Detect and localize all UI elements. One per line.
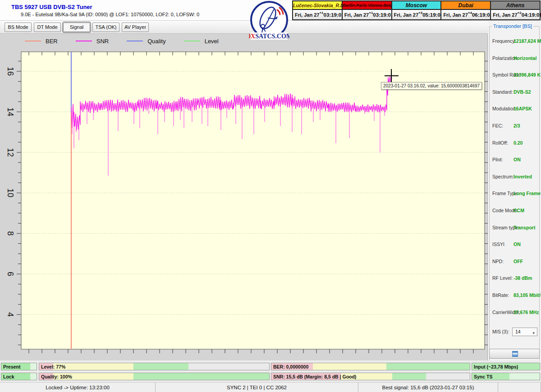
y-axis-label: 16 — [6, 67, 15, 76]
y-axis-label: 14 — [6, 107, 15, 116]
status-bar: Locked -> Uptime: 13:23:00SYNC 2 | TEI 0… — [0, 382, 541, 392]
input-bar-label: Input (~23,78 Mbps) — [474, 363, 518, 370]
tab-bar: BS ModeDT ModeSignal Mon.TSA (OK)AV Play… — [0, 21, 488, 34]
clock-date: Fri, Jan 27 — [493, 12, 517, 18]
tp-value: 12187,624 MHz — [513, 38, 541, 44]
bar-segment — [426, 373, 470, 380]
tp-value: 31396,849 KS/s — [513, 72, 541, 77]
tp-value: Transport — [513, 225, 535, 230]
app-title: TBS 5927 USB DVB-S2 Tuner — [11, 4, 92, 10]
header: TBS 5927 USB DVB-S2 Tuner 9.0E - Eutelsa… — [0, 0, 541, 21]
tp-value: -38 dBm — [513, 275, 532, 281]
clock-utc-offset: +4 — [468, 11, 472, 15]
status-section-3 — [498, 383, 541, 392]
satellite-dish-icon: DXSATCS.COM — [249, 1, 289, 41]
clock-city: Lučenec-Slovakia_R.Dávid — [293, 1, 342, 10]
tp-value: 2/3 — [513, 123, 520, 128]
bar-segment — [133, 373, 269, 380]
tp-label: Pilot: — [492, 157, 503, 162]
tab-av-player[interactable]: AV Player — [122, 23, 149, 32]
clock-utc-offset: +3 — [418, 11, 422, 15]
signal-monitor-panel[interactable]: BERSNRQualityLevel 16141210864 2023-01-2… — [0, 34, 488, 360]
y-axis-label: 4 — [6, 312, 15, 317]
stream-list-button[interactable] — [489, 349, 540, 359]
syncts-bar: Sync TS — [472, 373, 540, 380]
clock-time: 06:19:01 — [472, 12, 493, 18]
bar-segment — [509, 373, 540, 380]
present-indicator-label: Present — [3, 363, 21, 370]
syncts-bar-label: Sync TS — [474, 373, 492, 380]
tp-value: ON — [513, 157, 521, 162]
ber-bar: BER: 0,0000000 — [271, 363, 470, 370]
clock-datetime: Fri, Jan 27+406:19:01 — [441, 10, 490, 19]
present-indicator: Present — [1, 363, 37, 370]
clock-date: Fri, Jan 27 — [344, 12, 369, 18]
level-bar-label: Level: 77% — [41, 363, 65, 370]
clock-datetime: Fri, Jan 27+204:19:01 — [491, 10, 540, 19]
stream-list-icon — [512, 351, 518, 357]
tab-bs-mode[interactable]: BS Mode — [5, 23, 32, 32]
clock-time: 03:19:01 — [373, 12, 394, 18]
clock-time: 05:19:01 — [422, 12, 443, 18]
tp-value: 16APSK — [513, 106, 532, 111]
tp-value: 37,676 MHz — [513, 310, 539, 315]
level-bar: Level: 77% — [39, 363, 270, 370]
tab-tsa-ok-[interactable]: TSA (OK) — [92, 23, 119, 32]
status-indicator-bars: PresentLevel: 77%BER: 0,0000000Input (~2… — [0, 360, 541, 382]
tab-signal-mon-[interactable]: Signal Mon. — [63, 23, 90, 32]
tp-value: 83,105 Mbit/s — [513, 292, 541, 298]
tp-value: Inverted — [513, 174, 532, 179]
tp-label: Spectrum: — [492, 174, 514, 179]
mis-label: MIS (3): — [492, 329, 509, 334]
plot-area[interactable] — [21, 52, 485, 349]
bar-segment — [392, 373, 426, 380]
groupbox-title: Transponder [BS] — [492, 23, 533, 29]
clock-utc-offset: +2 — [518, 11, 522, 15]
status-section-2: Best signal: 15,6 dB (2023-01-27 03:15) — [358, 383, 498, 392]
y-axis-label: 8 — [6, 231, 15, 236]
bar-segment — [30, 363, 37, 370]
tab-dt-mode[interactable]: DT Mode — [34, 23, 61, 32]
lock-indicator: Lock — [1, 373, 37, 380]
y-axis-label: 10 — [6, 188, 15, 197]
mis-value: 14 — [515, 329, 521, 334]
clock-cell-0: Lučenec-Slovakia_R.DávidFri, Jan 27+103:… — [293, 1, 343, 19]
status-section-1: SYNC 2 | TEI 0 | CC 2062 — [156, 383, 358, 392]
clock-date: Fri, Jan 27 — [443, 12, 468, 18]
logo-rest: SATCS.COM — [255, 33, 289, 40]
mis-dropdown[interactable]: 14 ▾ — [512, 328, 537, 336]
clock-cell-3: DubaiFri, Jan 27+406:19:01 — [441, 1, 491, 19]
logo-dx: DX — [249, 33, 255, 40]
tp-value: Horizontal — [513, 55, 536, 61]
clock-datetime: Fri, Jan 27+103:19:01 — [293, 10, 342, 19]
status-section-0: Locked -> Uptime: 13:23:00 — [0, 383, 156, 392]
clock-city: Dubai — [441, 1, 490, 10]
quality-bar: Quality: 100% — [39, 373, 270, 380]
clock-utc-offset: +1 — [369, 11, 373, 15]
tp-value: CCM — [513, 208, 524, 213]
tp-value: DVB-S2 — [513, 89, 531, 95]
mis-row: MIS (3): 14 ▾ — [490, 328, 539, 337]
bar-segment — [30, 373, 37, 380]
tp-label: FEC: — [492, 123, 503, 128]
input-bar: Input (~23,78 Mbps) — [472, 363, 540, 370]
clock-city: Moscow — [392, 1, 441, 10]
transponder-groupbox: Transponder [BS] Frequency:12187,624 MHz… — [489, 26, 540, 367]
clock-cell-2: MoscowFri, Jan 27+305:19:01 — [392, 1, 442, 19]
clock-time: 03:19:01 — [324, 12, 344, 18]
tp-value: OFF — [513, 259, 523, 264]
y-axis-label: 12 — [6, 148, 15, 157]
chevron-down-icon: ▾ — [532, 329, 535, 337]
clock-datetime: Fri, Jan 27+103:19:01 — [343, 10, 391, 19]
tp-label: RollOff: — [492, 140, 508, 146]
tp-value: 0.20 — [513, 140, 523, 146]
y-axis-label: 6 — [6, 272, 15, 276]
clock-time: 04:19:01 — [522, 12, 541, 18]
clock-cell-4: AthensFri, Jan 27+204:19:01 — [491, 1, 540, 19]
world-clock-panel: Lučenec-Slovakia_R.DávidFri, Jan 27+103:… — [292, 0, 541, 20]
clock-datetime: Fri, Jan 27+305:19:01 — [392, 10, 441, 19]
bar-segment — [189, 363, 270, 370]
clock-utc-offset: +1 — [319, 11, 323, 15]
tp-value: Long Frame — [513, 191, 541, 196]
snr-bar-label: SNR: 15,5 dB (Margin: 8,5 dB | Good) — [273, 373, 356, 380]
